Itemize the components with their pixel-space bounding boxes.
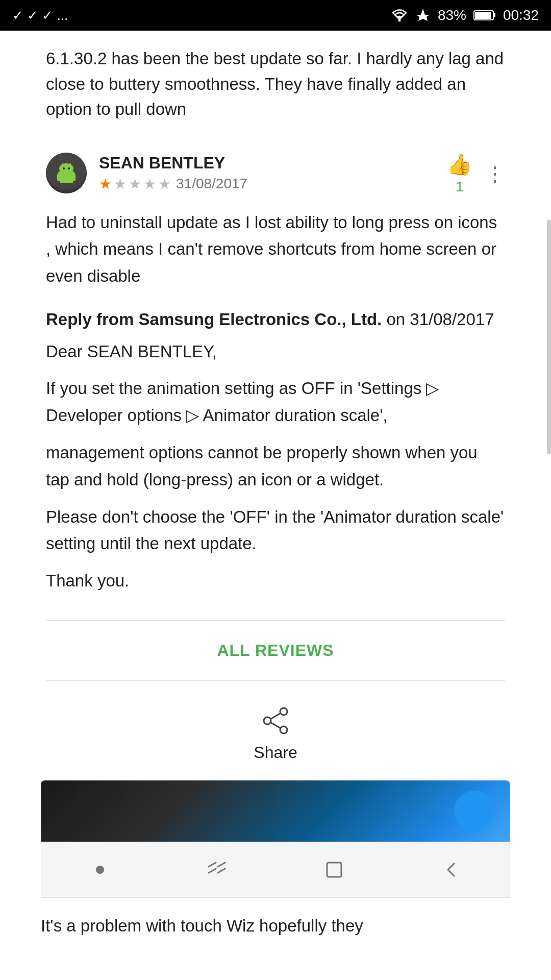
review-card: SEAN BENTLEY ★ ★ ★ ★ ★ 31/08/2017 — [0, 137, 551, 621]
battery-icon — [473, 9, 496, 21]
svg-point-14 — [264, 717, 271, 724]
reply-date: on 31/08/2017 — [382, 310, 494, 329]
star-5: ★ — [158, 176, 171, 192]
nav-recent-icon — [324, 860, 344, 880]
star-1: ★ — [99, 176, 112, 192]
review-date: 31/08/2017 — [176, 176, 247, 192]
svg-rect-3 — [475, 12, 491, 19]
battery-level: 83% — [438, 7, 466, 23]
share-section: Share — [0, 681, 551, 780]
content-area: 6.1.30.2 has been the best update so far… — [0, 31, 551, 954]
status-bar-left: ✓ ✓ ✓ ... — [12, 8, 68, 23]
review-header: SEAN BENTLEY ★ ★ ★ ★ ★ 31/08/2017 — [46, 153, 505, 195]
svg-point-7 — [59, 163, 73, 174]
thumbs-up-icon: 👍 — [447, 153, 472, 177]
bottom-image-strip — [41, 780, 510, 842]
review-actions: 👍 1 ⋮ — [447, 153, 505, 195]
svg-rect-12 — [60, 174, 73, 183]
reviewer-info: SEAN BENTLEY ★ ★ ★ ★ ★ 31/08/2017 — [99, 154, 247, 192]
reply-paragraph-1: If you set the animation setting as OFF … — [46, 375, 505, 429]
wifi-icon — [391, 8, 408, 22]
notification-icons: ✓ ✓ ✓ ... — [12, 8, 68, 23]
nav-tabs[interactable] — [196, 849, 237, 890]
stars: ★ ★ ★ ★ ★ — [99, 176, 171, 192]
svg-line-20 — [218, 863, 225, 867]
svg-line-16 — [271, 714, 281, 719]
nav-back[interactable] — [431, 849, 471, 890]
reviewer-name: SEAN BENTLEY — [99, 154, 247, 173]
time-display: 00:32 — [503, 7, 539, 23]
reply-header: Reply from Samsung Electronics Co., Ltd.… — [46, 306, 505, 333]
nav-home[interactable] — [80, 849, 120, 890]
svg-line-18 — [209, 863, 216, 867]
share-icon — [261, 706, 290, 735]
star-2: ★ — [114, 176, 127, 192]
nav-home-dot — [96, 866, 104, 874]
reply-paragraph-2: management options cannot be properly sh… — [46, 439, 505, 494]
nav-recent-apps[interactable] — [314, 849, 355, 890]
svg-point-8 — [63, 167, 65, 169]
scrollbar — [547, 219, 551, 454]
svg-rect-2 — [493, 13, 495, 17]
reply-paragraph-3: Please don't choose the 'OFF' in the 'An… — [46, 504, 505, 558]
svg-line-19 — [209, 869, 216, 873]
reply-body: Dear SEAN BENTLEY, If you set the animat… — [46, 338, 505, 595]
share-label: Share — [254, 743, 297, 762]
more-options-icon[interactable]: ⋮ — [485, 162, 505, 185]
share-icon-container[interactable] — [258, 705, 293, 736]
review-text: Had to uninstall update as I lost abilit… — [46, 209, 505, 290]
status-bar-right: 83% 00:32 — [391, 7, 539, 23]
avatar — [46, 153, 87, 193]
reply-greeting: Dear SEAN BENTLEY, — [46, 338, 505, 365]
status-bar: ✓ ✓ ✓ ... 83% 00:32 — [0, 0, 551, 31]
nav-bar — [41, 842, 510, 898]
reply-closing: Thank you. — [46, 568, 505, 595]
svg-line-17 — [271, 723, 281, 728]
all-reviews-button[interactable]: ALL REVIEWS — [217, 641, 334, 660]
nav-back-icon — [441, 860, 461, 880]
star-4: ★ — [143, 176, 156, 192]
svg-rect-22 — [327, 863, 341, 877]
svg-point-13 — [280, 708, 287, 715]
review-header-left: SEAN BENTLEY ★ ★ ★ ★ ★ 31/08/2017 — [46, 153, 247, 193]
star-3: ★ — [129, 176, 141, 192]
top-review-snippet: 6.1.30.2 has been the best update so far… — [0, 31, 551, 137]
reviewer-rating: ★ ★ ★ ★ ★ 31/08/2017 — [99, 176, 247, 192]
svg-point-15 — [280, 726, 287, 733]
svg-point-9 — [68, 167, 70, 169]
thumbs-up-count: 1 — [456, 179, 464, 195]
reply-author: Reply from Samsung Electronics Co., Ltd. — [46, 310, 382, 329]
nav-tabs-icon — [206, 859, 228, 881]
svg-line-21 — [218, 869, 225, 873]
airplane-icon — [415, 8, 431, 23]
all-reviews-section: ALL REVIEWS — [0, 621, 551, 680]
bottom-text: It's a problem with touch Wiz hopefully … — [0, 898, 551, 954]
reply-section: Reply from Samsung Electronics Co., Ltd.… — [46, 306, 505, 595]
thumbs-up-container[interactable]: 👍 1 — [447, 153, 472, 195]
svg-point-0 — [398, 19, 400, 22]
